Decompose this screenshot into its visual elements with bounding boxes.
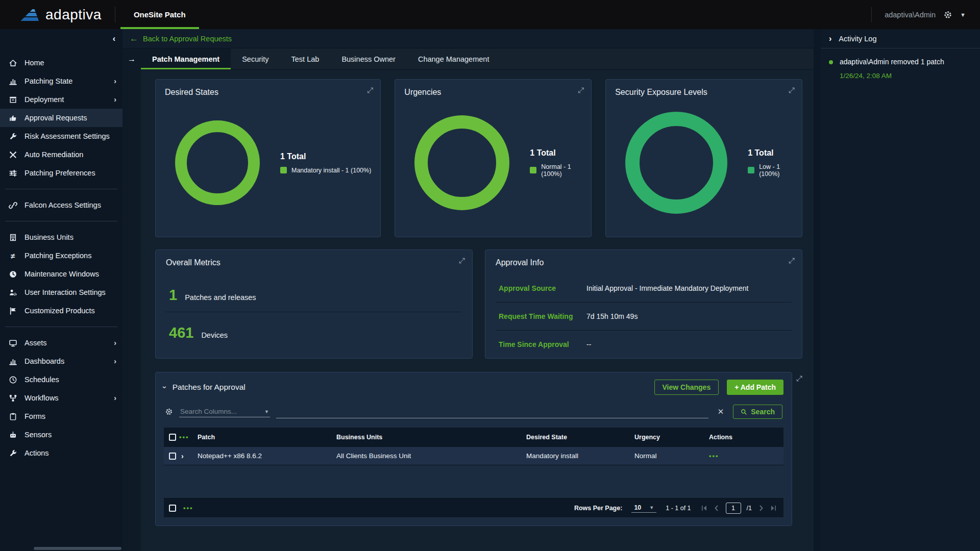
column-settings-gear-icon[interactable] (165, 408, 173, 416)
caret-down-icon: ▼ (264, 409, 269, 414)
search-value-input[interactable] (276, 405, 708, 418)
page-number-input[interactable]: 1 (726, 503, 741, 514)
info-value: 7d 15h 10m 49s (586, 312, 638, 320)
sidebar-item-patching-preferences[interactable]: Patching Preferences (0, 164, 122, 182)
tab-security[interactable]: Security (231, 48, 280, 69)
bar-chart-icon (8, 357, 18, 366)
view-changes-button[interactable]: View Changes (654, 380, 719, 395)
user-gear-icon (8, 288, 18, 297)
row-checkbox[interactable] (169, 453, 176, 460)
search-button[interactable]: Search (733, 405, 782, 419)
chart-legend: 1 Total Low - 1 (100%) (748, 148, 793, 178)
page-total-label: /1 (747, 505, 752, 512)
sidebar-item-dashboards[interactable]: Dashboards › (0, 352, 122, 370)
search-columns-input[interactable] (180, 408, 261, 415)
clear-search-icon[interactable]: ✕ (715, 407, 727, 416)
add-patch-button[interactable]: + Add Patch (727, 380, 783, 395)
sidebar-item-assets[interactable]: Assets › (0, 334, 122, 352)
last-page-button[interactable] (770, 505, 777, 512)
cell-desired-state: Mandatory install (526, 452, 634, 460)
sidebar-item-patching-exceptions[interactable]: ≠ Patching Exceptions (0, 246, 122, 265)
sidebar-item-risk-assessment-settings[interactable]: Risk Assessment Settings (0, 127, 122, 145)
expand-icon[interactable]: ⤢ (367, 86, 373, 95)
caret-down-icon: ▼ (649, 505, 654, 510)
table-search-row: ▼ ✕ Search (164, 404, 783, 419)
thumbs-up-icon (8, 114, 18, 122)
card-title: Security Exposure Levels (615, 88, 793, 97)
chevron-right-icon[interactable]: › (829, 35, 831, 43)
section-header: › Patches for Approval View Changes + Ad… (164, 380, 783, 395)
select-all-checkbox[interactable] (169, 434, 176, 441)
sidebar-horizontal-scrollbar[interactable] (34, 547, 121, 550)
user-menu: adaptiva\Admin ▼ (871, 0, 980, 29)
activity-log-title: Activity Log (839, 35, 876, 43)
building-icon (8, 233, 18, 242)
arrow-left-icon: ← (130, 34, 138, 43)
footer-menu-dots-icon[interactable]: ••• (183, 504, 193, 512)
sidebar-item-approval-requests[interactable]: Approval Requests (0, 109, 122, 127)
sidebar-item-home[interactable]: Home (0, 54, 122, 72)
sidebar-item-customized-products[interactable]: Customized Products (0, 302, 122, 320)
tab-business-owner[interactable]: Business Owner (330, 48, 407, 69)
security-exposure-donut-chart (625, 112, 727, 214)
card-title: Overall Metrics (166, 258, 462, 267)
sidebar-item-actions[interactable]: Actions (0, 444, 122, 462)
product-tab-onesite-patch[interactable]: OneSite Patch (118, 0, 201, 29)
activity-log-header: › Activity Log (821, 29, 980, 48)
brand-logo: adaptiva (0, 0, 115, 29)
sidebar-item-schedules[interactable]: Schedules (0, 370, 122, 389)
legend-label: Normal - 1 (100%) (541, 163, 582, 178)
content-scrollbar-track[interactable] (814, 29, 821, 551)
row-actions-menu-icon[interactable]: ••• (709, 452, 783, 460)
sliders-icon (8, 169, 18, 178)
expand-icon[interactable]: ⤢ (789, 86, 795, 95)
tab-test-lab[interactable]: Test Lab (280, 48, 331, 69)
sidebar-item-auto-remediation[interactable]: Auto Remediation (0, 145, 122, 164)
row-expand-chevron-icon[interactable]: › (181, 452, 198, 460)
table-row[interactable]: › Notepad++ x86 8.6.2 All Clients Busine… (164, 446, 783, 465)
home-icon (8, 59, 18, 67)
collapse-sidebar-button[interactable]: ‹ (0, 29, 122, 48)
legend-label: Low - 1 (100%) (759, 163, 793, 178)
sidebar-item-workflows[interactable]: Workflows › (0, 389, 122, 407)
expand-icon[interactable]: ⤢ (578, 86, 584, 95)
sidebar-item-forms[interactable]: Forms (0, 407, 122, 425)
brand-wordmark: adaptiva (45, 7, 102, 23)
column-urgency: Urgency (634, 434, 709, 441)
card-title: Approval Info (496, 258, 792, 267)
chevron-right-icon: › (114, 77, 116, 85)
expand-icon[interactable]: ⤢ (459, 256, 465, 265)
next-page-button[interactable] (757, 505, 765, 512)
sidebar-item-user-interaction-settings[interactable]: User Interaction Settings (0, 283, 122, 302)
arrow-right-icon[interactable]: → (128, 55, 136, 551)
bar-chart-icon (8, 77, 18, 86)
top-bar: adaptiva OneSite Patch adaptiva\Admin ▼ (0, 0, 980, 29)
search-columns-select[interactable]: ▼ (179, 406, 270, 417)
workflow-icon (8, 394, 18, 403)
expand-icon[interactable]: ⤢ (789, 256, 795, 265)
sidebar-item-business-units[interactable]: Business Units (0, 228, 122, 246)
header-menu-dots-icon[interactable]: ••• (179, 433, 198, 441)
metric-patches-and-releases: 1 Patches and releases (166, 274, 462, 312)
desired-states-donut-chart (175, 120, 260, 205)
back-to-approval-requests-link[interactable]: Back to Approval Requests (143, 35, 232, 43)
user-divider (871, 7, 872, 22)
sidebar-item-patching-state[interactable]: Patching State › (0, 72, 122, 90)
sidebar-item-falcon-access-settings[interactable]: Falcon Access Settings (0, 196, 122, 214)
expand-icon[interactable]: ⤢ (796, 374, 802, 383)
previous-page-button[interactable] (713, 505, 720, 512)
footer-checkbox[interactable] (169, 505, 176, 512)
sidebar-item-deployment[interactable]: Deployment › (0, 90, 122, 109)
tab-change-management[interactable]: Change Management (407, 48, 500, 69)
tab-patch-management[interactable]: Patch Management (141, 48, 231, 69)
sidebar-item-sensors[interactable]: Sensors (0, 425, 122, 444)
caret-down-icon[interactable]: ▼ (960, 12, 966, 18)
rows-per-page-select[interactable]: 10 ▼ (631, 503, 656, 513)
column-actions: Actions (709, 434, 783, 441)
gear-icon[interactable] (943, 10, 952, 19)
sidebar-item-maintenance-windows[interactable]: Maintenance Windows (0, 265, 122, 283)
chevron-down-icon[interactable]: › (161, 386, 169, 389)
activity-entry-time: 1/26/24, 2:08 AM (840, 72, 944, 80)
first-page-button[interactable] (700, 505, 707, 512)
legend-total: 1 Total (280, 152, 371, 161)
